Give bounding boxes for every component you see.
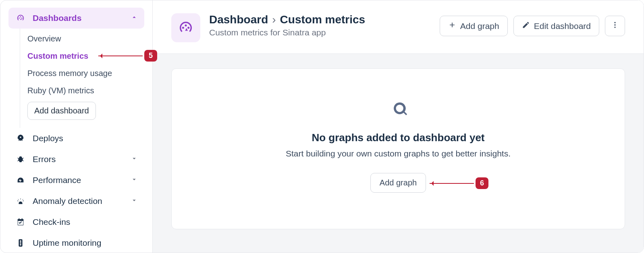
sidebar-item-label: Deploys <box>33 134 63 143</box>
sidebar-item-anomaly-detection[interactable]: Anomaly detection <box>8 191 144 212</box>
sidebar-section-label: Dashboards <box>33 13 81 23</box>
button-label: Edit dashboard <box>534 21 591 31</box>
sidebar-item-label: Anomaly detection <box>33 196 102 206</box>
sidebar-subitem-process-memory[interactable]: Process memory usage <box>20 65 144 82</box>
siren-icon <box>15 197 26 206</box>
sidebar-item-check-ins[interactable]: Check-ins <box>8 212 144 232</box>
chevron-down-icon <box>131 154 138 164</box>
dashboard-icon <box>171 13 200 42</box>
plus-icon <box>448 21 456 31</box>
sidebar-item-label: Uptime monitoring <box>33 238 101 248</box>
sidebar-item-label: Errors <box>33 154 56 164</box>
add-graph-button[interactable]: Add graph <box>440 16 508 36</box>
empty-state-card: No graphs added to dashboard yet Start b… <box>171 68 625 229</box>
chevron-up-icon <box>131 13 138 23</box>
sidebar-item-label: Check-ins <box>33 217 70 227</box>
sidebar-item-performance[interactable]: Performance <box>8 170 144 191</box>
breadcrumb-root[interactable]: Dashboard <box>209 13 268 26</box>
sidebar-subitem-ruby-vm[interactable]: Ruby (VM) metrics <box>20 82 144 99</box>
svg-point-0 <box>614 22 615 23</box>
empty-state-subtitle: Start building your own custom graphs to… <box>188 149 609 158</box>
more-vertical-icon <box>611 21 619 31</box>
calendar-check-icon <box>15 218 26 226</box>
button-label: Add graph <box>460 21 499 31</box>
sidebar-subitem-custom-metrics[interactable]: Custom metrics <box>20 47 144 65</box>
edit-icon <box>522 21 530 31</box>
search-icon <box>188 101 609 120</box>
add-graph-button[interactable]: Add graph <box>370 173 426 193</box>
chevron-down-icon <box>131 175 138 185</box>
breadcrumb: Dashboard › Custom metrics <box>209 13 431 26</box>
empty-state-title: No graphs added to dashboard yet <box>188 132 609 144</box>
sidebar-item-uptime-monitoring[interactable]: Uptime monitoring <box>8 232 144 253</box>
chevron-down-icon <box>131 196 138 206</box>
bug-icon <box>15 155 26 164</box>
breadcrumb-current: Custom metrics <box>280 13 366 26</box>
dashboard-icon <box>15 14 26 23</box>
rocket-icon <box>15 134 26 143</box>
gauge-icon <box>15 176 26 185</box>
more-menu-button[interactable] <box>605 16 625 36</box>
dashboards-submenu: Overview Custom metrics Process memory u… <box>20 29 144 128</box>
sidebar-item-label: Performance <box>33 175 81 185</box>
sidebar-item-errors[interactable]: Errors <box>8 149 144 170</box>
svg-point-1 <box>614 24 615 25</box>
sidebar-item-deploys[interactable]: Deploys <box>8 128 144 149</box>
edit-dashboard-button[interactable]: Edit dashboard <box>513 16 599 36</box>
add-dashboard-button[interactable]: Add dashboard <box>27 102 96 120</box>
page-subtitle: Custom metrics for Sinatra app <box>209 28 431 37</box>
sidebar-subitem-overview[interactable]: Overview <box>20 30 144 47</box>
sidebar-section-dashboards[interactable]: Dashboards <box>8 8 144 29</box>
chevron-right-icon: › <box>272 13 276 26</box>
traffic-light-icon <box>15 239 26 247</box>
svg-point-2 <box>614 27 615 28</box>
